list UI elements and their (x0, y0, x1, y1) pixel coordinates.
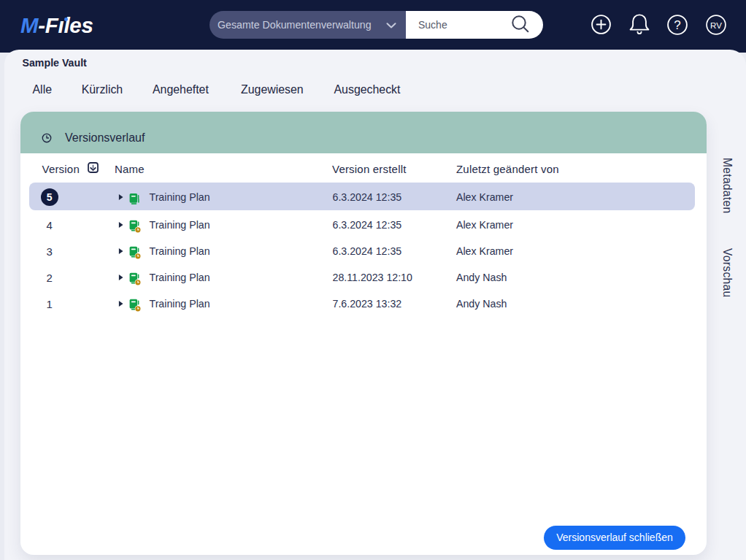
svg-text:?: ? (674, 18, 680, 32)
svg-text:RV: RV (710, 21, 722, 30)
